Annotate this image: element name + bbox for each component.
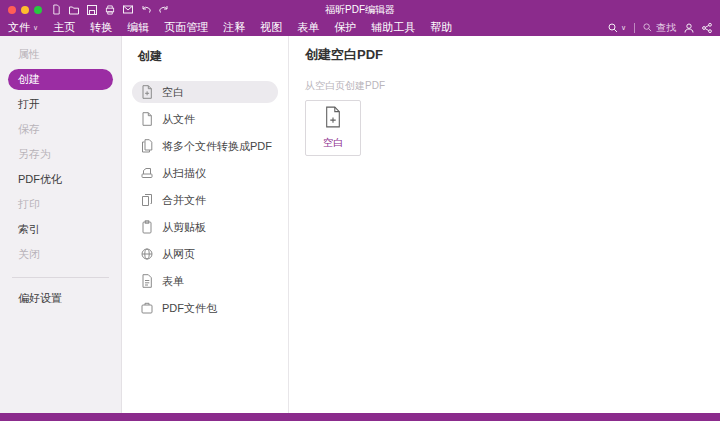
- blank-page-icon: [141, 85, 153, 99]
- sidebar-item-properties: 属性: [8, 44, 113, 65]
- create-item-combine-files[interactable]: 合并文件: [132, 189, 278, 211]
- zoom-selector[interactable]: ∨: [608, 23, 626, 33]
- create-item-form[interactable]: 表单: [132, 270, 278, 292]
- new-blank-page-icon: [324, 106, 342, 132]
- scanner-icon: [141, 166, 153, 180]
- menu-edit[interactable]: 编辑: [127, 20, 149, 35]
- file-menu-sidebar: 属性 创建 打开 保存 另存为 PDF优化 打印 索引 关闭 偏好设置: [0, 36, 122, 413]
- create-item-label: 空白: [162, 85, 184, 100]
- sidebar-item-index[interactable]: 索引: [8, 219, 113, 240]
- menu-accessibility[interactable]: 辅助工具: [371, 20, 415, 35]
- menu-page-management[interactable]: 页面管理: [164, 20, 208, 35]
- menu-home[interactable]: 主页: [53, 20, 75, 35]
- panel-header: 创建: [122, 42, 288, 81]
- print-icon[interactable]: [105, 5, 115, 15]
- save-icon[interactable]: [87, 5, 97, 15]
- search-placeholder: 查找: [656, 21, 676, 35]
- convert-multiple-icon: [141, 139, 153, 153]
- combine-files-icon: [141, 193, 153, 207]
- search-icon: [643, 23, 652, 32]
- clipboard-icon: [141, 220, 153, 234]
- card-label: 空白: [323, 136, 343, 150]
- menu-file-label: 文件: [8, 20, 30, 35]
- titlebar: 福昕PDF编辑器: [0, 0, 720, 19]
- redo-icon[interactable]: [159, 5, 169, 14]
- menu-protect[interactable]: 保护: [334, 20, 356, 35]
- blank-pdf-card[interactable]: 空白: [305, 100, 361, 156]
- sidebar-item-close: 关闭: [8, 244, 113, 265]
- backstage-view: 属性 创建 打开 保存 另存为 PDF优化 打印 索引 关闭 偏好设置 创建 空…: [0, 36, 720, 413]
- create-item-label: 合并文件: [162, 193, 206, 208]
- app-window: 福昕PDF编辑器 文件∨ 主页 转换 编辑 页面管理 注释 视图 表单 保护 辅…: [0, 0, 720, 421]
- create-item-from-file[interactable]: 从文件: [132, 108, 278, 130]
- new-doc-icon[interactable]: [52, 4, 61, 15]
- avatar-icon[interactable]: [684, 23, 694, 33]
- menu-convert[interactable]: 转换: [90, 20, 112, 35]
- chevron-down-icon: ∨: [33, 24, 38, 32]
- create-item-label: 从文件: [162, 112, 195, 127]
- share-icon[interactable]: [702, 23, 712, 33]
- pane-title: 创建空白PDF: [305, 46, 720, 64]
- menu-view[interactable]: 视图: [260, 20, 282, 35]
- close-window-button[interactable]: [8, 6, 16, 14]
- undo-icon[interactable]: [141, 5, 151, 14]
- create-item-label: 将多个文件转换成PDF: [162, 139, 272, 154]
- sidebar-item-print: 打印: [8, 194, 113, 215]
- menu-comment[interactable]: 注释: [223, 20, 245, 35]
- menubar: 文件∨ 主页 转换 编辑 页面管理 注释 视图 表单 保护 辅助工具 帮助 ∨ …: [0, 19, 720, 36]
- chevron-down-icon: ∨: [621, 24, 626, 32]
- create-item-label: 从网页: [162, 247, 195, 262]
- from-file-icon: [141, 112, 153, 126]
- menu-form[interactable]: 表单: [297, 20, 319, 35]
- bottom-bar: [0, 413, 720, 421]
- create-item-label: 表单: [162, 274, 184, 289]
- create-item-from-clipboard[interactable]: 从剪贴板: [132, 216, 278, 238]
- search-input[interactable]: 查找: [643, 21, 676, 35]
- create-item-label: 从剪贴板: [162, 220, 206, 235]
- menu-file[interactable]: 文件∨: [8, 20, 38, 35]
- open-folder-icon[interactable]: [69, 5, 79, 15]
- create-item-pdf-portfolio[interactable]: PDF文件包: [132, 297, 278, 319]
- magnifier-icon: [608, 23, 618, 33]
- zoom-window-button[interactable]: [34, 6, 42, 14]
- create-options-panel: 创建 空白 从文件 将多个文件转换成PDF 从扫描仪: [122, 36, 289, 413]
- mail-icon[interactable]: [123, 5, 133, 14]
- create-item-label: 从扫描仪: [162, 166, 206, 181]
- sidebar-item-save-as: 另存为: [8, 144, 113, 165]
- sidebar-item-save: 保存: [8, 119, 113, 140]
- portfolio-icon: [141, 301, 153, 315]
- create-item-from-web[interactable]: 从网页: [132, 243, 278, 265]
- minimize-window-button[interactable]: [21, 6, 29, 14]
- traffic-lights: [8, 6, 42, 14]
- create-blank-pdf-pane: 创建空白PDF 从空白页创建PDF 空白: [289, 36, 720, 413]
- create-item-label: PDF文件包: [162, 301, 217, 316]
- pane-subtitle: 从空白页创建PDF: [305, 79, 720, 93]
- create-item-from-scanner[interactable]: 从扫描仪: [132, 162, 278, 184]
- sidebar-item-pdf-optimize[interactable]: PDF优化: [8, 169, 113, 190]
- divider: [12, 277, 109, 278]
- web-icon: [141, 247, 153, 261]
- create-item-convert-multiple[interactable]: 将多个文件转换成PDF: [132, 135, 278, 157]
- create-item-blank[interactable]: 空白: [132, 81, 278, 103]
- form-icon: [141, 274, 153, 288]
- sidebar-item-preferences[interactable]: 偏好设置: [8, 288, 113, 309]
- sidebar-item-create[interactable]: 创建: [8, 69, 113, 90]
- menu-help[interactable]: 帮助: [430, 20, 452, 35]
- sidebar-item-open[interactable]: 打开: [8, 94, 113, 115]
- separator: [634, 23, 635, 33]
